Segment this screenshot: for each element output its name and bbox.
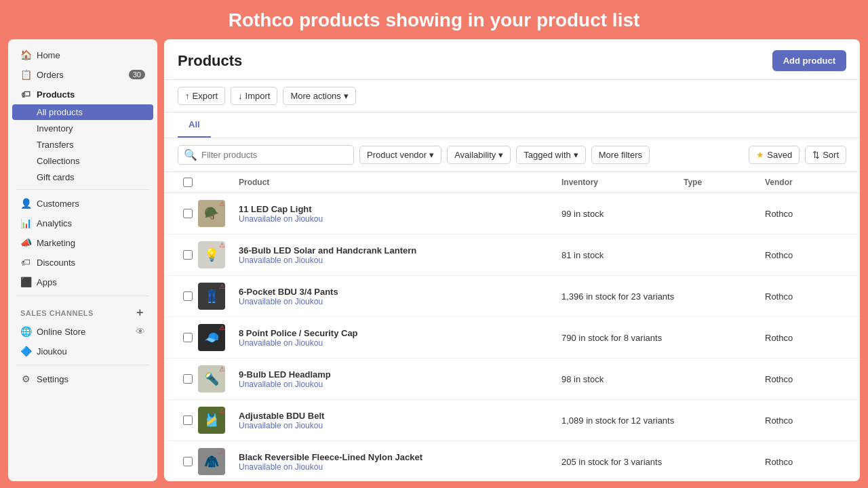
marketing-label: Marketing	[37, 238, 75, 248]
sidebar-sub-inventory[interactable]: Inventory	[12, 121, 153, 136]
sidebar-item-products[interactable]: 🏷 Products	[12, 85, 153, 104]
warning-icon-2: ⚠	[219, 241, 225, 249]
more-actions-button[interactable]: More actions ▾	[283, 87, 355, 105]
import-icon: ↓	[238, 91, 243, 101]
filter-row: 🔍 Product vendor ▾ Availability ▾ Tagged…	[164, 138, 860, 172]
export-button[interactable]: ↑ Export	[178, 87, 225, 105]
sidebar-item-jioukou[interactable]: 🔷 Jioukou	[12, 342, 153, 361]
row-checkbox-1[interactable]	[183, 209, 193, 218]
product-name-1[interactable]: 11 LED Cap Light	[239, 204, 561, 214]
more-filters-button[interactable]: More filters	[591, 146, 650, 164]
sidebar: 🏠 Home 📋 Orders 30 🏷 Products All produc…	[8, 39, 157, 481]
product-vendor-filter[interactable]: Product vendor ▾	[359, 146, 441, 164]
tagged-with-label: Tagged with	[524, 150, 570, 160]
online-store-settings-icon[interactable]: 👁	[136, 326, 145, 337]
more-filters-label: More filters	[599, 150, 642, 160]
row-checkbox-7[interactable]	[183, 457, 193, 466]
row-checkbox-4[interactable]	[183, 333, 193, 342]
import-button[interactable]: ↓ Import	[231, 87, 277, 105]
row-inventory-6: 1,089 in stock for 12 variants	[561, 415, 684, 426]
gift-cards-label: Gift cards	[37, 172, 75, 182]
row-checkbox-5[interactable]	[183, 374, 193, 384]
sidebar-item-discounts[interactable]: 🏷 Discounts	[12, 253, 153, 272]
all-products-label: All products	[37, 107, 83, 117]
tab-all[interactable]: All	[178, 113, 211, 138]
product-status-1: Unavailable on Jioukou	[239, 214, 561, 224]
row-thumb-7: 🧥 ⚠	[198, 448, 239, 475]
row-thumb-6: 🎽 ⚠	[198, 407, 239, 434]
table-row: 🔦 ⚠ 9-Bulb LED Headlamp Unavailable on J…	[164, 359, 860, 400]
sort-label: Sort	[823, 150, 839, 160]
saved-button[interactable]: ★ Saved	[749, 146, 800, 164]
sidebar-item-settings[interactable]: ⚙ Settings	[12, 369, 153, 388]
table-row: 💡 ⚠ 36-Bulb LED Solar and Handcrank Lant…	[164, 235, 860, 276]
row-inventory-3: 1,396 in stock for 23 variants	[561, 291, 684, 302]
row-vendor-7: Rothco	[765, 457, 846, 467]
sidebar-sub-transfers[interactable]: Transfers	[12, 137, 153, 152]
header-checkbox-col	[178, 178, 198, 187]
sidebar-item-online-store[interactable]: 🌐 Online Store 👁	[12, 322, 153, 341]
sidebar-item-apps[interactable]: ⬛ Apps	[12, 272, 153, 291]
sort-button[interactable]: ⇅ Sort	[805, 146, 846, 164]
export-icon: ↑	[185, 91, 190, 101]
table-body: 🪖 ⚠ 11 LED Cap Light Unavailable on Jiou…	[164, 193, 860, 481]
row-product-info-6: Adjustable BDU Belt Unavailable on Jiouk…	[239, 411, 561, 430]
select-all-checkbox[interactable]	[183, 178, 193, 187]
product-name-5[interactable]: 9-Bulb LED Headlamp	[239, 369, 561, 380]
warning-icon-1: ⚠	[219, 200, 225, 207]
settings-label: Settings	[37, 374, 68, 384]
row-thumb-4: 🧢 ⚠	[198, 324, 239, 351]
more-actions-label: More actions	[290, 91, 340, 101]
warning-icon-6: ⚠	[219, 407, 225, 414]
settings-icon: ⚙	[20, 373, 31, 384]
discounts-icon: 🏷	[20, 257, 31, 268]
sidebar-item-home[interactable]: 🏠 Home	[12, 45, 153, 64]
sidebar-sub-collections[interactable]: Collections	[12, 153, 153, 169]
product-name-4[interactable]: 8 Point Police / Security Cap	[239, 328, 561, 338]
row-checkbox-6[interactable]	[183, 415, 193, 425]
home-icon: 🏠	[20, 49, 31, 60]
product-name-6[interactable]: Adjustable BDU Belt	[239, 411, 561, 421]
product-thumb-emoji-7: 🧥	[204, 454, 219, 469]
product-name-7[interactable]: Black Reversible Fleece-Lined Nylon Jack…	[239, 452, 561, 462]
table-row: 🧢 ⚠ 8 Point Police / Security Cap Unavai…	[164, 317, 860, 359]
availability-label: Availability	[454, 150, 496, 160]
main-content: Products Add product ↑ Export ↓ Import M…	[164, 39, 860, 481]
tagged-with-filter[interactable]: Tagged with ▾	[516, 146, 585, 164]
search-box[interactable]: 🔍	[178, 145, 354, 165]
more-actions-chevron-icon: ▾	[344, 91, 349, 101]
sidebar-item-orders-label: Orders	[37, 70, 64, 80]
tagged-with-chevron-icon: ▾	[574, 150, 578, 160]
products-icon: 🏷	[20, 89, 31, 100]
row-vendor-6: Rothco	[765, 415, 846, 426]
row-product-info-7: Black Reversible Fleece-Lined Nylon Jack…	[239, 452, 561, 472]
product-thumbnail-3: 👖 ⚠	[198, 283, 225, 310]
row-thumb-5: 🔦 ⚠	[198, 365, 239, 392]
product-name-3[interactable]: 6-Pocket BDU 3/4 Pants	[239, 287, 561, 297]
sidebar-sub-gift-cards[interactable]: Gift cards	[12, 169, 153, 185]
table-header: Product Inventory Type Vendor	[164, 172, 860, 193]
sidebar-item-marketing[interactable]: 📣 Marketing	[12, 233, 153, 252]
warning-icon-5: ⚠	[219, 365, 225, 373]
product-status-3: Unavailable on Jioukou	[239, 297, 561, 306]
row-checkbox-2[interactable]	[183, 250, 193, 260]
sidebar-sub-all-products[interactable]: All products	[12, 104, 153, 120]
row-checkbox-3[interactable]	[183, 291, 193, 301]
product-thumb-emoji-6: 🎽	[204, 413, 219, 428]
top-banner: Rothco products showing in your product …	[0, 0, 868, 39]
apps-label: Apps	[37, 277, 57, 287]
sidebar-item-customers[interactable]: 👤 Customers	[12, 194, 153, 213]
add-sales-channel-icon[interactable]: ＋	[134, 306, 146, 320]
product-name-2[interactable]: 36-Bulb LED Solar and Handcrank Lantern	[239, 245, 561, 256]
online-store-icon: 🌐	[20, 326, 31, 337]
header-product-col: Product	[239, 178, 561, 187]
availability-filter[interactable]: Availability ▾	[447, 146, 511, 164]
sidebar-item-analytics[interactable]: 📊 Analytics	[12, 214, 153, 232]
product-thumbnail-7: 🧥 ⚠	[198, 448, 225, 475]
product-table: Product Inventory Type Vendor 🪖 ⚠ 11 LED…	[164, 172, 860, 481]
search-input[interactable]	[201, 150, 348, 160]
row-inventory-2: 81 in stock	[561, 250, 684, 260]
row-vendor-1: Rothco	[765, 209, 846, 219]
sidebar-item-orders[interactable]: 📋 Orders 30	[12, 65, 153, 84]
add-product-button[interactable]: Add product	[772, 50, 846, 71]
